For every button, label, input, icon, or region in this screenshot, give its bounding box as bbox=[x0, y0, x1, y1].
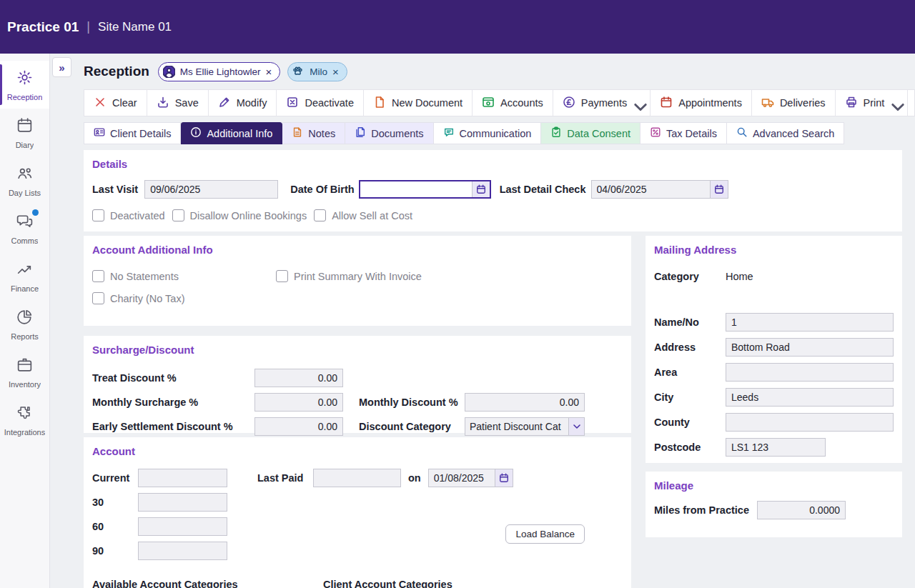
load-balance-button[interactable]: Load Balance bbox=[505, 524, 585, 544]
area-field[interactable] bbox=[726, 363, 894, 382]
aging-30-field[interactable] bbox=[138, 493, 227, 512]
client-chip[interactable]: Ms Ellie Lightowler × bbox=[158, 62, 280, 81]
date-of-birth-label: Date Of Birth bbox=[290, 184, 354, 195]
monthly-discount-field[interactable] bbox=[465, 393, 585, 412]
chevron-down-icon[interactable] bbox=[568, 418, 584, 435]
treat-discount-field[interactable] bbox=[254, 369, 343, 387]
deliveries-button[interactable]: Deliveries bbox=[752, 90, 836, 116]
section-heading: Mailing Address bbox=[654, 244, 894, 256]
no-statements-checkbox[interactable]: No Statements bbox=[92, 270, 276, 282]
category-value: Home bbox=[726, 271, 753, 282]
patient-chip[interactable]: Milo × bbox=[287, 62, 347, 81]
close-icon[interactable]: × bbox=[332, 66, 339, 77]
sidebar-item-finance[interactable]: Finance bbox=[0, 252, 49, 300]
area-label: Area bbox=[654, 367, 726, 378]
mailing-address-section: Mailing Address Category Home Name/No bbox=[646, 236, 902, 463]
sidebar-item-comms[interactable]: Comms bbox=[0, 204, 49, 252]
last-paid-amount-field[interactable] bbox=[313, 469, 401, 487]
payments-button[interactable]: Payments bbox=[553, 90, 651, 116]
charity-no-tax-checkbox[interactable]: Charity (No Tax) bbox=[92, 292, 623, 304]
new-document-button[interactable]: New Document bbox=[364, 90, 473, 116]
main-area: » Reception Ms Ellie Lightowler × Milo ×… bbox=[50, 54, 915, 588]
tab-notes[interactable]: Notes bbox=[282, 122, 345, 144]
calendar-icon[interactable] bbox=[495, 469, 513, 487]
print-summary-with-invoice-checkbox[interactable]: Print Summary With Invoice bbox=[276, 270, 422, 282]
appointments-button[interactable]: Appointments bbox=[651, 90, 752, 116]
last-paid-date-field[interactable] bbox=[429, 469, 495, 487]
sidebar-item-reception[interactable]: Reception bbox=[0, 61, 49, 109]
aging-90-label: 90 bbox=[92, 545, 138, 557]
search-icon bbox=[736, 126, 748, 140]
name-no-field[interactable] bbox=[726, 313, 894, 332]
last-paid-date-group bbox=[428, 469, 513, 487]
deliveries-icon bbox=[761, 96, 774, 111]
notification-badge bbox=[32, 209, 39, 216]
treat-discount-label: Treat Discount % bbox=[92, 372, 254, 384]
sidebar-item-diary[interactable]: Diary bbox=[0, 109, 49, 156]
aging-90-field[interactable] bbox=[138, 542, 227, 560]
close-icon[interactable]: × bbox=[265, 66, 272, 77]
tab-client-details[interactable]: Client Details bbox=[84, 122, 181, 144]
reception-icon bbox=[16, 69, 34, 89]
last-detail-check-field[interactable] bbox=[592, 181, 710, 198]
sidebar-item-label: Integrations bbox=[4, 428, 45, 437]
sidebar-item-label: Inventory bbox=[9, 380, 41, 389]
calendar-icon[interactable] bbox=[472, 181, 490, 197]
tab-tax-details[interactable]: Tax Details bbox=[640, 122, 727, 144]
send-button[interactable]: Send bbox=[908, 90, 915, 116]
sidebar-expand-button[interactable]: » bbox=[52, 57, 71, 77]
allow-sell-at-cost-checkbox[interactable]: Allow Sell at Cost bbox=[314, 209, 412, 221]
discount-category-value: Patient Discount Cat bbox=[465, 418, 568, 435]
checkbox-icon bbox=[276, 270, 288, 282]
tax-icon bbox=[650, 126, 661, 140]
save-icon bbox=[157, 96, 169, 111]
client-account-categories-label: Client Account Categories bbox=[323, 579, 452, 588]
print-button[interactable]: Print bbox=[836, 90, 909, 116]
accounts-button[interactable]: Accounts bbox=[473, 90, 553, 116]
deactivated-checkbox[interactable]: Deactivated bbox=[92, 209, 165, 221]
county-field[interactable] bbox=[726, 413, 894, 432]
notes-icon bbox=[292, 126, 303, 140]
tab-advanced-search[interactable]: Advanced Search bbox=[727, 122, 844, 144]
monthly-surcharge-field[interactable] bbox=[254, 393, 343, 412]
last-detail-check-field-group bbox=[591, 180, 728, 199]
last-visit-field[interactable] bbox=[144, 180, 278, 199]
data-consent-icon bbox=[550, 126, 562, 140]
practice-name: Practice 01 bbox=[7, 19, 79, 35]
address-field[interactable] bbox=[726, 338, 894, 357]
discount-category-select[interactable]: Patient Discount Cat bbox=[465, 417, 585, 436]
early-settlement-discount-field[interactable] bbox=[254, 417, 343, 436]
modify-button[interactable]: Modify bbox=[209, 90, 277, 116]
city-label: City bbox=[654, 392, 726, 403]
payments-icon bbox=[563, 96, 575, 111]
tab-content: Details Last Visit Date Of Birth Last De… bbox=[84, 144, 915, 588]
clear-button[interactable]: Clear bbox=[84, 90, 147, 116]
miles-from-practice-field[interactable] bbox=[757, 501, 846, 519]
postcode-field[interactable] bbox=[726, 438, 826, 457]
disallow-online-bookings-checkbox[interactable]: Disallow Online Bookings bbox=[172, 209, 307, 221]
city-field[interactable] bbox=[726, 388, 894, 407]
tab-additional-info[interactable]: Additional Info bbox=[181, 122, 282, 144]
name-no-label: Name/No bbox=[654, 317, 726, 328]
available-account-categories-label: Available Account Categories bbox=[92, 579, 323, 588]
save-button[interactable]: Save bbox=[147, 90, 209, 116]
discount-category-label: Discount Category bbox=[359, 421, 465, 432]
postcode-label: Postcode bbox=[654, 442, 726, 453]
sidebar-item-label: Reception bbox=[7, 93, 43, 101]
date-of-birth-field[interactable] bbox=[360, 181, 472, 197]
deactivate-button[interactable]: Deactivate bbox=[277, 90, 364, 116]
sidebar-item-integrations[interactable]: Integrations bbox=[0, 396, 49, 444]
tab-data-consent[interactable]: Data Consent bbox=[541, 122, 640, 144]
aging-60-label: 60 bbox=[92, 521, 138, 532]
tab-documents[interactable]: Documents bbox=[345, 122, 433, 144]
section-heading: Account bbox=[92, 445, 623, 457]
checkbox-icon bbox=[92, 270, 104, 282]
sidebar-item-reports[interactable]: Reports bbox=[0, 300, 49, 348]
tab-communication[interactable]: Communication bbox=[434, 122, 542, 144]
miles-from-practice-label: Miles from Practice bbox=[654, 504, 747, 516]
sidebar-item-day-lists[interactable]: Day Lists bbox=[0, 156, 49, 204]
calendar-icon[interactable] bbox=[710, 181, 728, 198]
aging-60-field[interactable] bbox=[138, 517, 227, 536]
sidebar-item-inventory[interactable]: Inventory bbox=[0, 348, 49, 396]
current-balance-field[interactable] bbox=[138, 469, 227, 487]
